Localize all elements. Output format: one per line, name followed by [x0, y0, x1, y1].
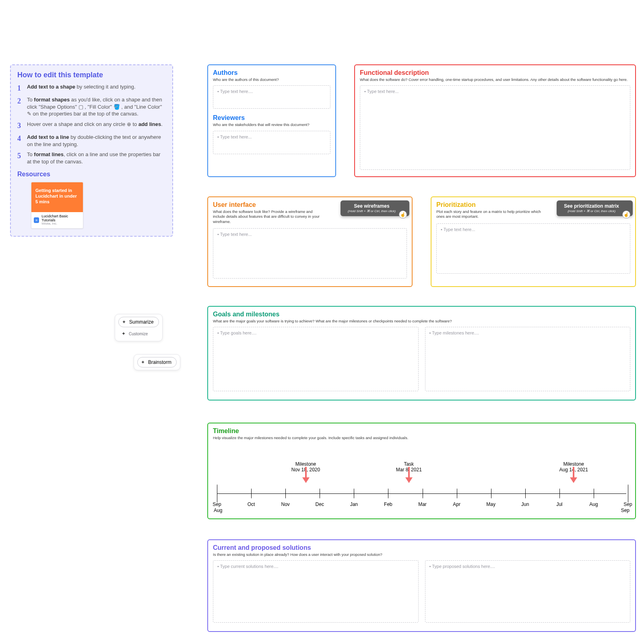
timeline-edge-right: Sep	[621, 508, 630, 513]
help-title: How to edit this template	[17, 71, 166, 79]
goals-title: Goals and milestones	[213, 311, 630, 318]
help-steps: 1Add text to a shape by selecting it and…	[17, 83, 166, 165]
authors-desc: Who are the authors of this document?	[213, 77, 330, 82]
ai-chip-card: ✦ Summarize ✦ Customize	[115, 314, 163, 341]
timeline-tick	[217, 485, 217, 502]
summarize-button[interactable]: ✦ Summarize	[118, 317, 159, 327]
functional-desc: What does the software do? Cover error h…	[360, 77, 630, 82]
timeline-tick	[525, 489, 526, 498]
sparkle-icon: ✦	[141, 359, 145, 365]
timeline-edge-left: Aug	[214, 508, 222, 513]
reviewers-title: Reviewers	[213, 114, 330, 122]
timeline-tick	[354, 489, 354, 498]
solutions-desc: Is there an existing solution in place a…	[213, 552, 630, 557]
prioritization-box[interactable]: Prioritization Plot each story and featu…	[431, 196, 636, 287]
goals-desc: What are the major goals your software i…	[213, 319, 630, 324]
functional-input[interactable]: Type text here...	[360, 85, 630, 170]
resource-title: Lucidchart Basic Tutorials	[41, 215, 80, 223]
sparkle-icon: ✦	[122, 319, 126, 325]
resource-source: Wistia, Inc.	[41, 222, 80, 226]
resource-card[interactable]: Getting started in Lucidchart in under 5…	[31, 182, 83, 229]
timeline-month-label: Dec	[316, 502, 324, 507]
solutions-box[interactable]: Current and proposed solutions Is there …	[207, 539, 636, 632]
timeline-month-label: Aug	[589, 502, 598, 507]
ui-desc: What does the software look like? Provid…	[213, 209, 322, 224]
timeline-tick	[559, 489, 560, 498]
timeline-month-label: Jun	[521, 502, 529, 507]
timeline-title: Timeline	[213, 427, 630, 435]
sparkle-icon: ✦	[122, 331, 126, 336]
timeline-month-label: Oct	[248, 502, 255, 507]
timeline-month-label: Nov	[281, 502, 289, 507]
customize-button[interactable]: ✦ Customize	[118, 329, 153, 339]
ui-input[interactable]: Type text here...	[213, 228, 407, 279]
prioritization-desc: Plot each story and feature on a matrix …	[436, 209, 545, 219]
timeline-month-label: May	[486, 502, 495, 507]
authors-input[interactable]: Type text here....	[213, 85, 330, 109]
goals-input[interactable]: Type goals here....	[213, 327, 419, 391]
ui-box[interactable]: User interface What does the software lo…	[207, 196, 413, 287]
timeline-month-label: Jul	[556, 502, 562, 507]
timeline-tick	[388, 489, 388, 498]
timeline-month-label: Feb	[384, 502, 392, 507]
solutions-title: Current and proposed solutions	[213, 544, 630, 551]
reviewers-input[interactable]: Type text here...	[213, 131, 330, 154]
proposed-solutions-input[interactable]: Type proposed solutions here....	[425, 560, 631, 623]
timeline-box[interactable]: Timeline Help visualize the major milest…	[207, 423, 636, 519]
timeline-tick	[285, 489, 286, 498]
functional-box[interactable]: Functional description What does the sof…	[354, 64, 636, 177]
cursor-icon: ☝	[399, 211, 407, 219]
see-wireframes-button[interactable]: See wireframes (Hold Shift + ⌘ or Ctrl, …	[341, 200, 409, 216]
timeline-tick	[594, 489, 594, 498]
prioritization-input[interactable]: Type text here...	[436, 223, 630, 274]
timeline-tick	[628, 485, 628, 502]
timeline-tick	[320, 489, 320, 498]
see-prioritization-button[interactable]: See prioritization matrix (Hold Shift + …	[557, 200, 633, 216]
help-panel: How to edit this template 1Add text to a…	[10, 64, 173, 237]
authors-box[interactable]: Authors Who are the authors of this docu…	[207, 64, 336, 177]
brainstorm-button[interactable]: ✦ Brainstorm	[137, 357, 177, 367]
timeline-tick	[251, 489, 252, 498]
current-solutions-input[interactable]: Type current solutions here....	[213, 560, 419, 623]
cursor-icon: ☝	[622, 211, 630, 219]
timeline-month-label: Sep	[213, 502, 221, 507]
authors-title: Authors	[213, 69, 330, 76]
timeline-month-label: Jan	[350, 502, 358, 507]
timeline-tick	[491, 489, 491, 498]
functional-title: Functional description	[360, 69, 630, 76]
milestones-input[interactable]: Type milestones here....	[425, 327, 631, 391]
resource-thumb: Getting started in Lucidchart in under 5…	[31, 182, 83, 212]
timeline-tick	[457, 489, 457, 498]
lucid-logo-icon: ≡	[34, 217, 39, 223]
timeline-month-label: Mar	[418, 502, 427, 507]
timeline-month-label: Sep	[623, 502, 632, 507]
timeline-desc: Help visualize the major milestones need…	[213, 436, 630, 440]
timeline-tick	[423, 489, 423, 498]
timeline-month-label: Apr	[453, 502, 460, 507]
timeline-graphic: Aug Sep SepOctNovDecJanFebMarAprMayJunJu…	[213, 453, 630, 526]
reviewers-desc: Who are the stakeholders that will revie…	[213, 122, 330, 127]
resources-heading: Resources	[17, 171, 166, 178]
goals-box[interactable]: Goals and milestones What are the major …	[207, 306, 636, 400]
ai-chip-card: ✦ Brainstorm	[134, 354, 180, 370]
